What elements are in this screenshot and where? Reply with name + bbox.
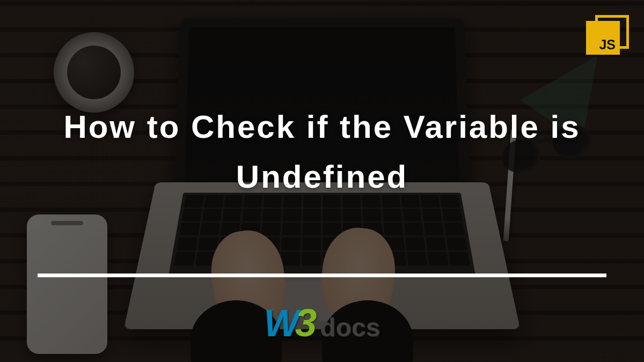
w3docs-logo: W 3 docs [0,300,644,345]
logo-3-digit: 3 [295,300,317,345]
page-title: How to Check if the Variable is Undefine… [0,102,644,202]
javascript-badge-icon: JS [586,15,629,55]
logo-w-letter: W [264,302,297,345]
logo-docs-text: docs [320,313,380,342]
javascript-badge-label: JS [586,21,620,55]
title-divider [38,274,606,277]
